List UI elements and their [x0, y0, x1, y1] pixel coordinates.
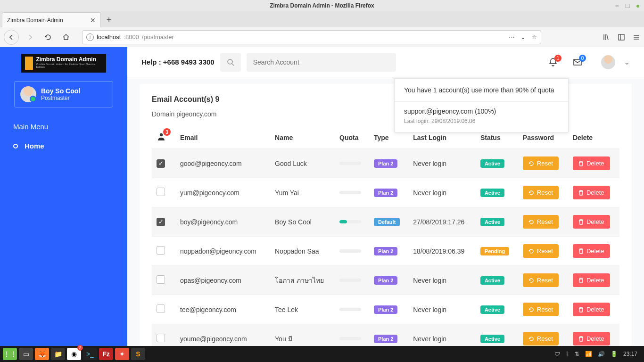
url-bar[interactable]: i localhost:8000/postmaster ⋯ ⌄ ☆: [82, 30, 541, 44]
taskbar-menu[interactable]: ⋮⋮: [3, 348, 17, 360]
tray-network-icon[interactable]: ⇅: [575, 351, 579, 357]
cell-email: good@pigeoncy.com: [175, 149, 270, 178]
window-minimize[interactable]: –: [614, 2, 620, 9]
pocket-icon[interactable]: ⌄: [520, 33, 526, 41]
taskbar-show-desktop[interactable]: ▭: [19, 348, 33, 360]
row-checkbox[interactable]: ✓: [157, 159, 165, 168]
delete-button[interactable]: Delete: [573, 215, 610, 229]
tray-bluetooth-icon[interactable]: ᛒ: [566, 351, 569, 357]
delete-button[interactable]: Delete: [573, 332, 610, 346]
sidebar-item-home[interactable]: Home: [0, 136, 127, 156]
search-button[interactable]: [220, 53, 241, 72]
tab-close-icon[interactable]: ✕: [90, 16, 96, 24]
taskbar-files[interactable]: 📁: [51, 348, 65, 360]
popover-item[interactable]: support@pigeoncy.com (100%) Last login: …: [395, 102, 568, 132]
reset-icon: [528, 307, 534, 313]
nav-reload-button[interactable]: [41, 31, 55, 44]
notifications-mail[interactable]: 0: [573, 58, 582, 67]
tab-title: Zimbra Domain Admin: [7, 17, 63, 24]
cell-quota: [335, 178, 369, 207]
new-tab-button[interactable]: +: [101, 12, 117, 27]
tray-clock[interactable]: 23:17: [623, 351, 637, 357]
delete-button[interactable]: Delete: [573, 303, 610, 316]
trash-icon: [578, 307, 584, 313]
nav-home-button[interactable]: [59, 31, 73, 44]
reset-button[interactable]: Reset: [523, 303, 559, 316]
reset-button[interactable]: Reset: [523, 156, 559, 170]
taskbar-chrome[interactable]: ◉2: [67, 348, 81, 360]
taskbar-filezilla[interactable]: Fz: [99, 348, 113, 360]
tray-battery-icon[interactable]: 🔋: [611, 351, 618, 357]
window-close[interactable]: ●: [635, 2, 641, 9]
cell-lastlogin: Never login: [408, 149, 476, 178]
page-actions-icon[interactable]: ⋯: [509, 33, 515, 41]
user-menu-chevron[interactable]: ⌄: [624, 58, 630, 66]
taskbar-app[interactable]: ✦: [115, 348, 129, 360]
delete-button[interactable]: Delete: [573, 244, 610, 258]
cell-type: Plan 2: [369, 295, 408, 324]
reset-button[interactable]: Reset: [523, 186, 559, 199]
bullet-icon: [13, 144, 18, 148]
user-role: Postmaster: [41, 95, 80, 101]
table-row: youme@pigeoncy.com You มี Plan 2 Never l…: [152, 324, 619, 346]
search-input[interactable]: [247, 53, 396, 72]
taskbar-firefox[interactable]: 🦊: [35, 348, 49, 360]
browser-tabbar: Zimbra Domain Admin ✕ +: [0, 11, 644, 27]
cell-lastlogin: Never login: [408, 324, 476, 346]
reset-button[interactable]: Reset: [523, 332, 559, 346]
svg-point-5: [160, 133, 163, 136]
browser-tab-active[interactable]: Zimbra Domain Admin ✕: [2, 12, 101, 27]
app-logo[interactable]: Zimbra Domain Admin Zimbra Domain Admin …: [21, 54, 106, 73]
cell-status: Active: [476, 207, 518, 237]
reset-button[interactable]: Reset: [523, 244, 559, 258]
library-icon[interactable]: [603, 33, 610, 41]
bookmark-icon[interactable]: ☆: [531, 33, 537, 41]
trash-icon: [578, 336, 584, 342]
reset-button[interactable]: Reset: [523, 215, 559, 229]
row-checkbox[interactable]: ✓: [157, 218, 165, 226]
row-checkbox[interactable]: [157, 275, 165, 284]
os-taskbar: ⋮⋮ ▭ 🦊 📁 ◉2 >_ Fz ✦ S 🛡 ᛒ ⇅ 📶 🔊 🔋 23:17: [0, 346, 644, 362]
bulk-people-icon[interactable]: 3: [157, 132, 166, 141]
people-badge: 3: [163, 128, 171, 136]
sidebar-toggle-icon[interactable]: [618, 33, 625, 41]
row-checkbox[interactable]: [157, 246, 165, 255]
cell-quota: [335, 149, 369, 178]
menu-icon[interactable]: [633, 33, 640, 41]
th-email[interactable]: Email: [175, 126, 270, 149]
th-delete[interactable]: Delete: [568, 126, 619, 149]
site-info-icon[interactable]: i: [86, 33, 94, 41]
cell-lastlogin: Never login: [408, 295, 476, 324]
notifications-bell[interactable]: 1: [548, 58, 558, 67]
taskbar-sublime[interactable]: S: [131, 348, 145, 360]
reset-icon: [528, 278, 534, 283]
taskbar-terminal[interactable]: >_: [83, 348, 97, 360]
table-row: noppadon@pigeoncy.com Noppadon Saa Plan …: [152, 237, 619, 266]
reset-button[interactable]: Reset: [523, 273, 559, 287]
cell-name: Yum Yai: [270, 178, 335, 207]
row-checkbox[interactable]: [157, 304, 165, 313]
delete-button[interactable]: Delete: [573, 156, 610, 170]
tray-volume-icon[interactable]: 🔊: [598, 351, 605, 357]
row-checkbox[interactable]: [157, 334, 165, 342]
popover-item-title: support@pigeoncy.com (100%): [404, 107, 559, 115]
cell-lastlogin: Never login: [408, 266, 476, 295]
nav-back-button[interactable]: [4, 30, 19, 45]
tray-shield-icon[interactable]: 🛡: [554, 351, 560, 357]
tray-wifi-icon[interactable]: 📶: [585, 351, 592, 357]
row-checkbox[interactable]: [157, 188, 165, 196]
window-title: Zimbra Domain Admin - Mozilla Firefox: [270, 2, 374, 9]
svg-point-2: [228, 59, 232, 64]
cell-name: Boy So Cool: [270, 207, 335, 237]
top-avatar[interactable]: [601, 55, 615, 69]
th-quota[interactable]: Quota: [335, 126, 369, 149]
window-maximize[interactable]: □: [624, 2, 631, 9]
th-name[interactable]: Name: [270, 126, 335, 149]
table-row: ✓ boy@pigeoncy.com Boy So Cool Default 2…: [152, 207, 619, 237]
sidebar-user-card[interactable]: Boy So Cool Postmaster: [14, 81, 113, 107]
logo-mark: [25, 57, 33, 70]
delete-button[interactable]: Delete: [573, 186, 610, 199]
delete-button[interactable]: Delete: [573, 273, 610, 287]
cell-type: Plan 2: [369, 178, 408, 207]
cell-lastlogin: Never login: [408, 178, 476, 207]
